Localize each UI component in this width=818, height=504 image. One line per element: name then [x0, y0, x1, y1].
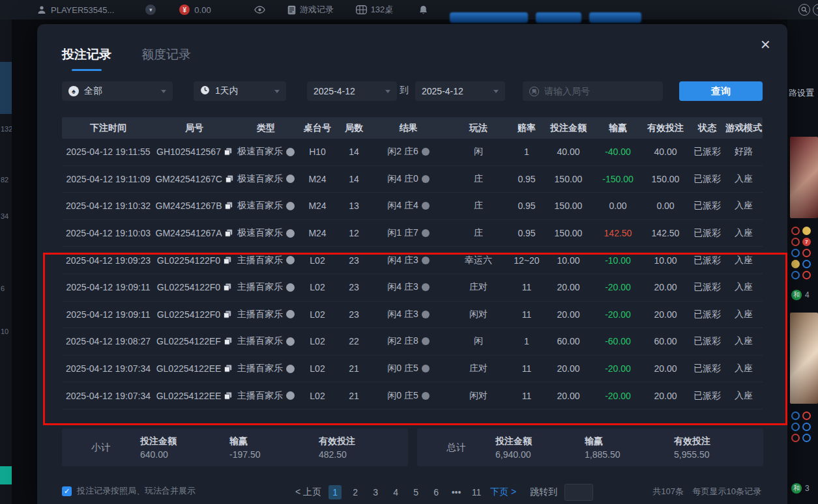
type-info-icon[interactable] — [286, 283, 295, 292]
copy-icon[interactable] — [224, 148, 232, 156]
cell-status: 已派彩 — [690, 390, 725, 402]
page-number[interactable]: 3 — [369, 485, 382, 499]
cell-winloss-text: -20.00 — [605, 391, 631, 401]
road-bead — [791, 434, 800, 442]
tab-bet-records[interactable]: 投注记录 — [62, 46, 111, 63]
prev-page-button[interactable]: < 上页 — [295, 486, 321, 498]
round-input[interactable] — [544, 86, 642, 96]
type-info-icon[interactable] — [286, 365, 295, 373]
cell-play: 庄 — [446, 173, 511, 185]
page-number[interactable]: 6 — [430, 485, 443, 499]
date-to-select[interactable]: 2025-4-12 — [415, 81, 505, 101]
page-number[interactable]: 2 — [349, 485, 362, 499]
copy-icon[interactable] — [224, 311, 231, 318]
cell-bet: 10.00 — [542, 255, 594, 266]
player-dropdown-icon[interactable]: ▾ — [145, 5, 156, 15]
result-detail-icon[interactable] — [422, 337, 430, 345]
copy-icon[interactable] — [224, 392, 232, 400]
round-search-box: 局 — [523, 81, 663, 101]
road-bead — [802, 249, 811, 257]
time-range-select[interactable]: 1天内 — [194, 81, 286, 101]
player-name[interactable]: PLAYER53545... — [51, 5, 114, 15]
type-info-icon[interactable] — [286, 391, 295, 400]
search-icon[interactable] — [798, 4, 810, 16]
cell-valid: 10.00 — [641, 255, 690, 266]
page-numbers: 123456•••11 — [329, 485, 483, 499]
next-page-button[interactable]: 下页 > — [490, 486, 516, 498]
cell-round: GH1025412567 — [154, 147, 234, 157]
cell-mode: 入座 — [725, 227, 763, 239]
tab-quota-records[interactable]: 额度记录 — [141, 46, 191, 63]
cell-mode: 入座 — [725, 390, 763, 402]
type-info-icon[interactable] — [286, 175, 295, 183]
total-winloss-value: 1,885.50 — [585, 449, 674, 460]
cell-play-text: 庄 — [474, 227, 483, 239]
date-from-select[interactable]: 2025-4-12 — [307, 81, 397, 101]
rail-table-number: 10 — [1, 328, 8, 335]
result-detail-icon[interactable] — [422, 148, 430, 156]
cell-play-text: 闲对 — [469, 390, 488, 402]
cell-time-text: 2025-04-12 19:09:23 — [66, 255, 151, 266]
result-detail-icon[interactable] — [422, 202, 430, 210]
page-number[interactable]: 5 — [409, 485, 422, 499]
type-info-icon[interactable] — [286, 310, 295, 318]
dealer-video-thumbnail[interactable] — [790, 313, 818, 404]
cell-count-text: 12 — [349, 228, 359, 238]
game-record-label[interactable]: 游戏记录 — [300, 4, 334, 16]
result-detail-icon[interactable] — [422, 229, 430, 237]
table-count-label[interactable]: 132桌 — [371, 4, 394, 16]
page-number[interactable]: 1 — [329, 485, 342, 499]
jump-page-input[interactable] — [564, 484, 593, 501]
cell-round-text: GM242541267C — [155, 174, 222, 184]
bell-icon[interactable] — [419, 5, 428, 15]
result-detail-icon[interactable] — [422, 365, 430, 372]
road-settings-label[interactable]: 路设置 — [789, 87, 814, 99]
cell-valid-text: 60.00 — [654, 336, 677, 346]
subtotal-bet-label: 投注金额 — [140, 436, 229, 447]
cell-play: 庄 — [446, 200, 511, 212]
result-detail-icon[interactable] — [422, 311, 430, 318]
cell-mode-text: 入座 — [735, 200, 753, 212]
column-header: 局数 — [337, 122, 371, 134]
close-icon[interactable]: × — [761, 36, 770, 53]
cell-valid: 0.00 — [641, 201, 690, 211]
game-record-icon[interactable] — [287, 5, 296, 15]
cell-winloss: -20.00 — [594, 282, 641, 292]
page-number[interactable]: 11 — [470, 485, 483, 499]
cell-type: 主播百家乐 — [234, 390, 298, 402]
copy-icon[interactable] — [224, 337, 232, 345]
copy-icon[interactable] — [225, 202, 233, 210]
merge-checkbox[interactable]: ✓ — [62, 486, 72, 496]
copy-icon[interactable] — [224, 257, 231, 264]
cell-status: 已派彩 — [690, 281, 725, 293]
cell-odds: 1 — [511, 147, 542, 157]
cell-mode-text: 入座 — [735, 281, 753, 293]
page-number[interactable]: 4 — [389, 485, 402, 499]
type-info-icon[interactable] — [286, 148, 295, 156]
result-detail-icon[interactable] — [422, 175, 430, 183]
road-bead — [802, 271, 811, 279]
cell-mode: 入座 — [725, 309, 763, 320]
cell-round: GL02254122F0 — [154, 282, 234, 292]
dealer-video-thumbnail[interactable] — [790, 137, 818, 218]
type-info-icon[interactable] — [286, 229, 295, 238]
help-icon[interactable]: ? — [813, 4, 818, 16]
eye-icon[interactable] — [254, 6, 265, 14]
game-category-select[interactable]: ♠ 全部 — [62, 81, 173, 101]
type-info-icon[interactable] — [286, 202, 295, 210]
result-detail-icon[interactable] — [422, 392, 430, 400]
cell-odds: 11 — [511, 363, 542, 374]
type-info-icon[interactable] — [286, 256, 295, 264]
cell-round: GL02254122EF — [154, 336, 234, 346]
result-detail-icon[interactable] — [422, 257, 430, 264]
cell-result: 闲4 庄3 — [371, 281, 446, 293]
copy-icon[interactable] — [224, 365, 232, 372]
copy-icon[interactable] — [225, 229, 233, 237]
type-info-icon[interactable] — [286, 337, 295, 346]
cell-type-text: 主播百家乐 — [237, 363, 283, 374]
copy-icon[interactable] — [224, 283, 231, 291]
copy-icon[interactable] — [226, 175, 233, 183]
tables-grid-icon[interactable] — [356, 5, 367, 14]
search-button[interactable]: 查询 — [679, 81, 763, 101]
result-detail-icon[interactable] — [422, 283, 430, 291]
